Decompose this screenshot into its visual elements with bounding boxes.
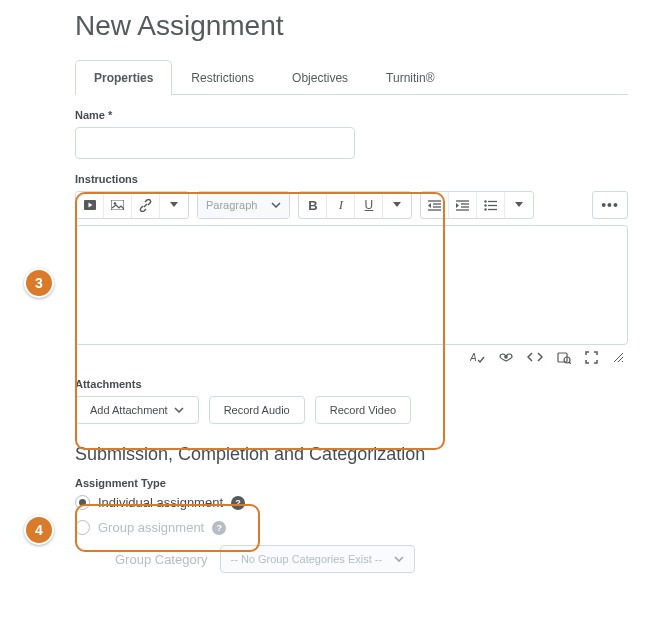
group-category-select: -- No Group Categories Exist -- [220, 545, 416, 573]
add-attachment-button[interactable]: Add Attachment [75, 396, 199, 424]
svg-marker-15 [456, 203, 459, 208]
more-toolbar-button[interactable]: ••• [592, 191, 628, 219]
tab-restrictions[interactable]: Restrictions [172, 60, 273, 95]
list-dropdown-icon[interactable] [505, 192, 533, 218]
svg-marker-22 [515, 202, 523, 207]
group-category-placeholder: -- No Group Categories Exist -- [231, 553, 383, 565]
instructions-section: Instructions Paragraph [75, 173, 628, 424]
preview-icon[interactable] [557, 351, 571, 364]
editor-toolbar: Paragraph B I U [75, 191, 628, 219]
accessibility-icon[interactable] [499, 351, 513, 364]
svg-marker-10 [428, 203, 431, 208]
instructions-editor[interactable] [75, 225, 628, 345]
fullscreen-icon[interactable] [585, 351, 598, 364]
chevron-down-icon [174, 407, 184, 413]
annotation-badge-4: 4 [24, 515, 54, 545]
source-code-icon[interactable] [527, 351, 543, 364]
section-heading: Submission, Completion and Categorizatio… [75, 444, 628, 465]
link-dropdown-icon[interactable] [160, 192, 188, 218]
indent-button[interactable] [449, 192, 477, 218]
radio-checked-icon [75, 495, 90, 510]
chevron-down-icon [271, 202, 281, 208]
list-button[interactable] [477, 192, 505, 218]
assignment-type-label: Assignment Type [75, 477, 628, 489]
individual-assignment-radio[interactable]: Individual assignment ? [75, 495, 628, 510]
chevron-down-icon [394, 556, 404, 562]
tab-bar: Properties Restrictions Objectives Turni… [75, 60, 628, 95]
insert-image-icon[interactable] [104, 192, 132, 218]
name-input[interactable] [75, 127, 355, 159]
svg-point-24 [504, 355, 508, 359]
svg-line-28 [614, 353, 623, 362]
radio-unchecked-icon [75, 520, 90, 535]
attachments-label: Attachments [75, 378, 628, 390]
paragraph-style-select[interactable]: Paragraph [198, 192, 289, 218]
group-category-label: Group Category [115, 552, 208, 567]
spellcheck-icon[interactable]: A [470, 351, 485, 364]
insert-link-icon[interactable] [132, 192, 160, 218]
individual-assignment-label: Individual assignment [98, 495, 223, 510]
outdent-button[interactable] [421, 192, 449, 218]
svg-line-27 [569, 362, 571, 364]
resize-handle-icon[interactable] [612, 351, 624, 364]
svg-marker-5 [393, 202, 401, 207]
svg-rect-2 [111, 200, 124, 210]
tab-properties[interactable]: Properties [75, 60, 172, 95]
svg-line-30 [622, 361, 623, 362]
group-assignment-radio[interactable]: Group assignment ? [75, 520, 628, 535]
group-category-field: Group Category -- No Group Categories Ex… [75, 545, 628, 573]
text-style-dropdown-icon[interactable] [383, 192, 411, 218]
svg-point-20 [485, 208, 487, 210]
annotation-badge-3: 3 [24, 268, 54, 298]
tab-objectives[interactable]: Objectives [273, 60, 367, 95]
record-audio-button[interactable]: Record Audio [209, 396, 305, 424]
svg-marker-4 [170, 202, 178, 207]
paragraph-label: Paragraph [206, 199, 257, 211]
group-assignment-label: Group assignment [98, 520, 204, 535]
attachments-buttons: Add Attachment Record Audio Record Video [75, 396, 628, 424]
insert-video-icon[interactable] [76, 192, 104, 218]
record-video-button[interactable]: Record Video [315, 396, 411, 424]
svg-point-16 [485, 200, 487, 202]
tab-turnitin[interactable]: Turnitin® [367, 60, 453, 95]
editor-footer: A [75, 351, 628, 364]
italic-button[interactable]: I [327, 192, 355, 218]
add-attachment-label: Add Attachment [90, 404, 168, 416]
name-label: Name * [75, 109, 628, 121]
underline-button[interactable]: U [355, 192, 383, 218]
bold-button[interactable]: B [299, 192, 327, 218]
page-title: New Assignment [75, 10, 628, 42]
help-icon[interactable]: ? [212, 521, 226, 535]
svg-text:A: A [470, 352, 477, 363]
svg-point-18 [485, 204, 487, 206]
instructions-label: Instructions [75, 173, 628, 185]
help-icon[interactable]: ? [231, 496, 245, 510]
